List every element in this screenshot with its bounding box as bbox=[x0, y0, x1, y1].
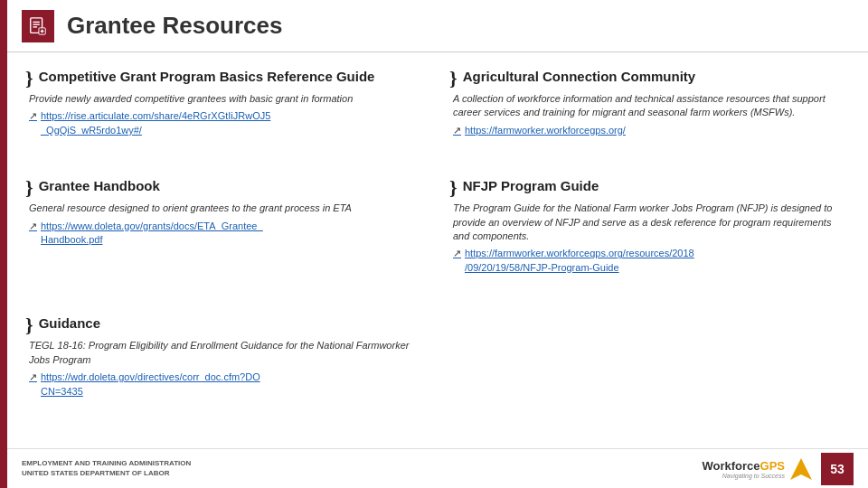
agricultural-link[interactable]: ↗ https://farmworker.workforcegps.org/ bbox=[449, 124, 846, 137]
agricultural-title: } Agricultural Connection Community bbox=[449, 69, 846, 89]
page-title: Grantee Resources bbox=[67, 12, 282, 40]
nfjp-link[interactable]: ↗ https://farmworker.workforcegps.org/re… bbox=[449, 247, 846, 275]
gps-arrow-icon bbox=[788, 456, 814, 482]
main-content: } Competitive Grant Program Basics Refer… bbox=[7, 52, 868, 448]
footer-org: EMPLOYMENT AND TRAINING ADMINISTRATION U… bbox=[22, 459, 191, 478]
guidance-title: } Guidance bbox=[25, 315, 422, 335]
header: Grantee Resources bbox=[7, 0, 868, 52]
page-number: 53 bbox=[821, 453, 854, 485]
link-bullet-5: ↗ bbox=[29, 371, 37, 384]
nfjp-title: } NFJP Program Guide bbox=[449, 178, 846, 198]
footer-org-line1: EMPLOYMENT AND TRAINING ADMINISTRATION bbox=[22, 459, 191, 468]
gps-text: GPS bbox=[760, 459, 785, 473]
guidance-link[interactable]: ↗ https://wdr.doleta.gov/directives/corr… bbox=[25, 371, 422, 399]
footer-tagline: Navigating to Success bbox=[722, 473, 785, 479]
competitive-grant-desc: Provide newly awarded competitive grante… bbox=[25, 92, 422, 106]
workforce-text: Workforce bbox=[702, 459, 760, 473]
brace-icon-4: } bbox=[449, 178, 458, 198]
footer-right: Workforce GPS Navigating to Success 53 bbox=[702, 453, 854, 485]
agricultural-desc: A collection of workforce information an… bbox=[449, 92, 846, 120]
document-icon bbox=[28, 16, 48, 36]
brace-icon-3: } bbox=[25, 178, 33, 198]
link-bullet-3: ↗ bbox=[29, 220, 37, 233]
brace-icon-2: } bbox=[449, 69, 458, 89]
section-guidance: } Guidance TEGL 18-16: Program Eligibili… bbox=[25, 315, 422, 430]
section-handbook: } Grantee Handbook General resource desi… bbox=[25, 178, 422, 306]
svg-marker-7 bbox=[790, 458, 812, 480]
link-bullet-1: ↗ bbox=[29, 109, 37, 123]
left-accent-bar bbox=[0, 0, 7, 488]
link-bullet-4: ↗ bbox=[453, 247, 461, 260]
section-nfjp: } NFJP Program Guide The Program Guide f… bbox=[449, 178, 846, 306]
workforce-gps-logo: Workforce GPS Navigating to Success bbox=[702, 456, 814, 482]
brace-icon-1: } bbox=[25, 69, 33, 89]
competitive-grant-title: } Competitive Grant Program Basics Refer… bbox=[25, 69, 422, 89]
section-competitive-grant: } Competitive Grant Program Basics Refer… bbox=[25, 69, 422, 169]
handbook-desc: General resource designed to orient gran… bbox=[25, 202, 422, 215]
guidance-desc: TEGL 18-16: Program Eligibility and Enro… bbox=[25, 339, 422, 367]
footer: EMPLOYMENT AND TRAINING ADMINISTRATION U… bbox=[7, 448, 868, 488]
handbook-link[interactable]: ↗ https://www.doleta.gov/grants/docs/ETA… bbox=[25, 220, 422, 248]
nfjp-desc: The Program Guide for the National Farm … bbox=[449, 202, 846, 243]
competitive-grant-link[interactable]: ↗ https://rise.articulate.com/share/4eRG… bbox=[25, 109, 422, 137]
header-icon bbox=[22, 10, 54, 42]
footer-org-line2: UNITED STATES DEPARTMENT OF LABOR bbox=[22, 469, 191, 478]
brace-icon-5: } bbox=[25, 315, 33, 335]
section-agricultural: } Agricultural Connection Community A co… bbox=[449, 69, 846, 169]
link-bullet-2: ↗ bbox=[453, 124, 461, 137]
handbook-title: } Grantee Handbook bbox=[25, 178, 422, 198]
